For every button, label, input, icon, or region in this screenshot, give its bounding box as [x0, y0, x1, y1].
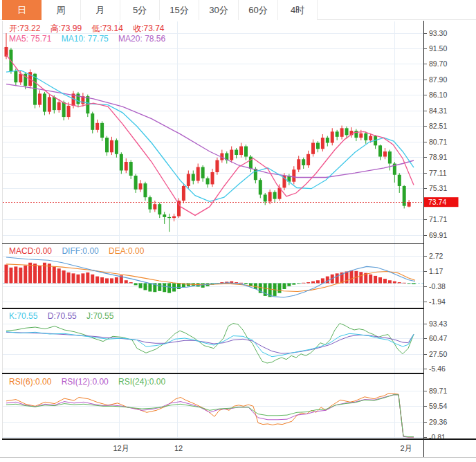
macd-bar [14, 266, 17, 283]
ma10-value: MA10: 77.75 [62, 34, 109, 44]
candle-body [235, 150, 238, 155]
candle-body [57, 102, 61, 110]
candle-body [163, 214, 166, 217]
rsi6-value: RSI(6):0.00 [9, 377, 51, 387]
candle-body [53, 97, 56, 110]
macd-bar [292, 284, 295, 285]
macd-bar [177, 284, 181, 289]
price-tick-label: 86.10 [429, 91, 447, 99]
price-tick-label: 89.70 [429, 59, 447, 68]
macd-bar [306, 282, 310, 283]
macd-bar [383, 279, 387, 283]
j-value: J:70.55 [86, 311, 113, 321]
rsi24-value: RSI(24):0.00 [118, 377, 165, 387]
macd-bar [38, 266, 42, 283]
rsi-tick-label: 59.54 [429, 402, 447, 410]
candle-body [359, 133, 363, 138]
candle-body [311, 143, 315, 154]
macd-bar [81, 273, 84, 283]
candle-body [143, 183, 147, 197]
candle-body [306, 154, 310, 165]
macd-bar [278, 284, 282, 293]
macd-bar [326, 277, 329, 284]
macd-bar [374, 276, 377, 284]
candle-body [192, 174, 195, 181]
macd-bar [57, 268, 61, 283]
macd-bar [67, 272, 71, 284]
candle-body [264, 194, 267, 201]
candle-body [110, 140, 113, 152]
tab-周[interactable]: 周 [42, 0, 81, 20]
tab-60分[interactable]: 60分 [239, 0, 278, 20]
macd-bar [349, 270, 353, 283]
candle-body [210, 172, 214, 184]
rsi-tick-label: 89.71 [429, 387, 447, 395]
macd-bar [95, 277, 99, 284]
tab-4时[interactable]: 4时 [278, 0, 318, 20]
candle-body [187, 174, 190, 185]
x-axis-label: 12 [174, 444, 183, 452]
candle-body [369, 136, 372, 140]
candle-body [62, 102, 66, 117]
macd-tick-label: -0.38 [429, 282, 446, 290]
candle-body [206, 178, 210, 185]
macd-tick-label: 2.72 [429, 252, 443, 260]
candle-body [340, 128, 344, 136]
macd-bar [408, 284, 411, 284]
rsi12-value: RSI(12):0.00 [62, 377, 109, 387]
candle-body [244, 147, 248, 157]
candle-body [19, 74, 22, 82]
rsi24-line [6, 395, 414, 437]
macd-bar [129, 282, 133, 283]
tab-月[interactable]: 月 [81, 0, 120, 20]
tab-15分[interactable]: 15分 [160, 0, 199, 20]
candle-body [336, 131, 339, 136]
candle-body [408, 202, 411, 206]
macd-bar [148, 284, 152, 292]
tab-日[interactable]: 日 [2, 0, 42, 20]
candle-body [76, 93, 80, 104]
candle-body [177, 201, 181, 216]
macd-bar [86, 272, 89, 284]
candle-body [100, 123, 104, 138]
candle-body [91, 113, 94, 130]
macd-bar [33, 264, 37, 283]
macd-bar [53, 266, 56, 283]
macd-bar [62, 270, 66, 283]
x-axis-label: 2月 [400, 444, 412, 452]
candle-body [321, 138, 324, 149]
candle-body [67, 106, 71, 117]
close-value: 收:73.74 [133, 24, 164, 33]
tab-30分[interactable]: 30分 [199, 0, 239, 20]
k-value: K:70.55 [9, 311, 37, 321]
ma-header: MA5: 75.71 MA10: 77.75 MA20: 78.56 [9, 34, 173, 44]
macd-bar [143, 284, 147, 290]
macd-bar [244, 284, 248, 284]
candle-body [43, 93, 46, 111]
macd-bar [239, 283, 243, 284]
rsi-tick-label: -0.81 [429, 433, 446, 441]
candle-body [364, 133, 367, 140]
rsi6-line [6, 394, 414, 438]
stock-chart-app: 日周月5分15分30分60分4时 93.3091.5089.7087.9086.… [0, 0, 476, 462]
macd-bar [76, 275, 80, 284]
chart-canvas[interactable]: 93.3091.5089.7087.9086.1084.3182.5180.71… [0, 0, 476, 462]
tab-5分[interactable]: 5分 [120, 0, 160, 20]
macd-bar [412, 284, 416, 284]
macd-bar [316, 280, 320, 283]
macd-tick-label: 1.17 [429, 267, 443, 275]
candle-body [120, 154, 123, 171]
candle-body [378, 145, 382, 156]
kdj-header: K:70.55 D:70.55 J:70.55 [9, 311, 121, 321]
candle-body [158, 204, 161, 214]
kdj-tick-label: 60.47 [429, 334, 447, 342]
macd-bar [345, 272, 349, 284]
price-tick-label: 93.30 [429, 29, 447, 37]
candle-body [273, 192, 277, 199]
candle-body [239, 147, 243, 155]
rsi-header: RSI(6):0.00 RSI(12):0.00 RSI(24):0.00 [9, 377, 173, 387]
macd-bar [311, 281, 315, 284]
price-tick-label: 78.91 [429, 153, 447, 161]
candle-body [14, 71, 17, 82]
ma20-value: MA20: 78.56 [118, 34, 165, 44]
